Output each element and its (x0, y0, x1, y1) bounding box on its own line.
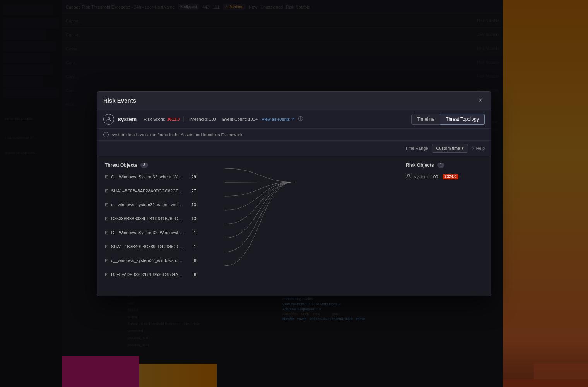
modal-title: Risk Events (103, 97, 136, 104)
svg-point-0 (108, 117, 110, 119)
chevron-down-icon: ▾ (462, 146, 464, 151)
risk-objects-header: Risk Objects 1 (406, 163, 483, 168)
event-count-meta: Event Count: 100+ (222, 117, 258, 122)
risk-count-badge: 1 (437, 163, 445, 168)
threshold-meta: Threshold: 100 (188, 117, 216, 122)
svg-point-1 (408, 174, 410, 176)
threat-item-1: ⊡ SHA1=BF0B46AE28A0DCCC62CF1F3C3 ... 27 (105, 187, 221, 195)
topology-content: Threat Objects 8 ⊡ C__Windows_System32_w… (97, 156, 491, 296)
risk-score-badge: 2324.0 (443, 174, 458, 179)
user-info: system Risk Score: 3613.0 | Threshold: 1… (103, 114, 303, 125)
topology-area: Time Range Custom time ▾ ? Help Threat O… (97, 141, 491, 296)
threat-item-4: ⊡ C__Windows_System32_WindowsPow ... 1 (105, 228, 221, 237)
monitor-icon-7: ⊡ (105, 272, 109, 277)
threat-item-3: ⊡ C8533BB3B6088EFB1D641B76FC7583 ... 13 (105, 214, 221, 223)
monitor-icon-2: ⊡ (105, 202, 109, 207)
threat-item-6: ⊡ c__windows_system32_windowspow ... 8 (105, 256, 221, 265)
info-circle-icon: i (103, 132, 109, 137)
threat-item-7: ⊡ D3F8FADE829D2B78D596C4504A6DAE ... 8 (105, 270, 221, 279)
threat-item-0: ⊡ C__Windows_System32_wbem_WMIC ... 29 (105, 173, 221, 181)
threat-item-2: ⊡ c__windows_system32_wbem_wmipr ... 13 (105, 200, 221, 209)
connector-svg (221, 163, 298, 283)
question-icon: ? (472, 146, 474, 151)
custom-time-button[interactable]: Custom time ▾ (432, 144, 468, 153)
info-icon[interactable]: ⓘ (298, 116, 303, 122)
modal-overlay: Risk Events × system Risk Score: 3613.0 (0, 0, 588, 387)
meta-badges: Risk Score: 3613.0 | Threshold: 100 Even… (144, 116, 258, 123)
tab-threat-topology[interactable]: Threat Topology (440, 114, 485, 125)
close-button[interactable]: × (476, 96, 485, 105)
hash-icon-1: ⊡ (105, 188, 109, 194)
view-all-events-link[interactable]: View all events ↗ (262, 116, 294, 122)
username-label: system (118, 116, 137, 122)
risk-score-meta: Risk Score: 3613.0 (144, 117, 180, 122)
divider-1: | (183, 116, 185, 123)
risk-events-modal: Risk Events × system Risk Score: 3613.0 (97, 91, 491, 296)
help-button[interactable]: ? Help (472, 146, 485, 151)
connector-lines-area (221, 163, 406, 279)
user-icon (103, 114, 114, 125)
hash-icon-5: ⊡ (105, 244, 109, 249)
monitor-icon-4: ⊡ (105, 230, 109, 235)
threat-objects-column: Threat Objects 8 ⊡ C__Windows_System32_w… (105, 163, 221, 284)
user-risk-icon (406, 173, 411, 180)
time-range-label: Time Range (405, 146, 428, 151)
monitor-icon-6: ⊡ (105, 258, 109, 263)
risk-objects-column: Risk Objects 1 system 100 2324.0 (406, 163, 483, 187)
threat-objects-header: Threat Objects 8 (105, 163, 221, 168)
time-range-bar: Time Range Custom time ▾ ? Help (97, 141, 491, 156)
tab-timeline[interactable]: Timeline (411, 114, 440, 125)
threat-item-5: ⊡ SHA1=1B3B40FBC889FD4C645CC12C8 ... 1 (105, 242, 221, 251)
risk-item-0: system 100 2324.0 (406, 173, 483, 181)
monitor-icon-0: ⊡ (105, 174, 109, 180)
monitor-icon-3: ⊡ (105, 216, 109, 221)
info-notice: i system details were not found in the A… (97, 129, 491, 141)
modal-subheader: system Risk Score: 3613.0 | Threshold: 1… (97, 110, 491, 129)
modal-header: Risk Events × (97, 92, 491, 110)
tab-buttons: Timeline Threat Topology (411, 114, 485, 125)
risk-score-value: 3613.0 (167, 117, 180, 122)
threat-count-badge: 8 (140, 163, 148, 168)
